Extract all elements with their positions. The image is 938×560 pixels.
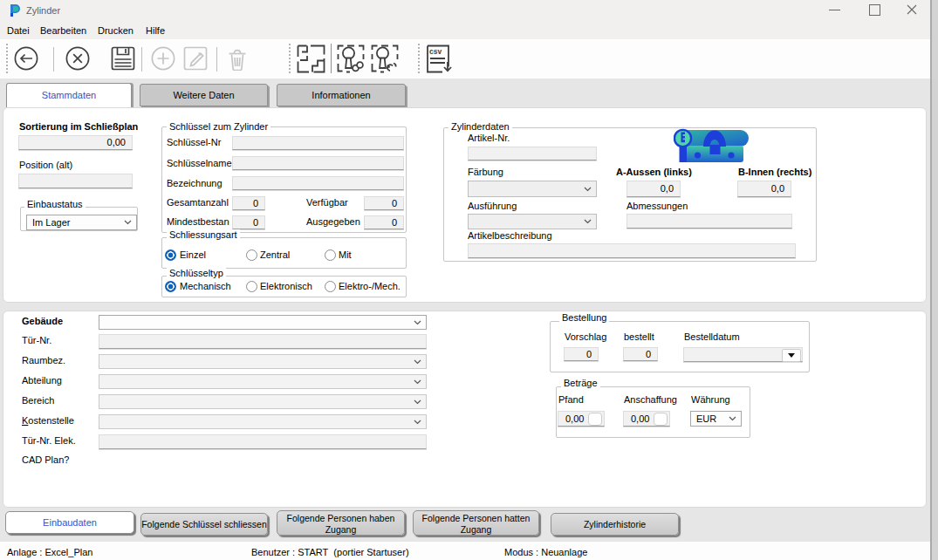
svg-text:csv: csv [429,47,442,56]
